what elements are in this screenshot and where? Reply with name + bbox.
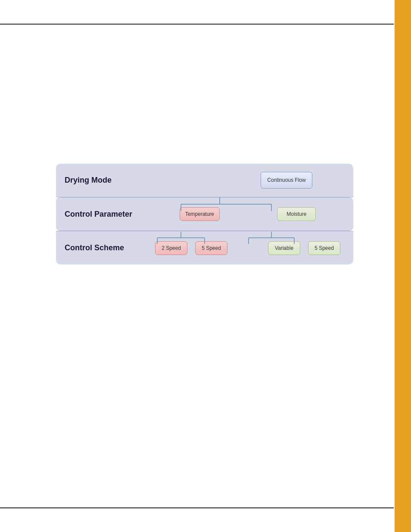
continuous-flow-node: Continuous Flow [261,172,312,189]
scheme-nodes: 2 Speed 5 Speed Variable 5 Speed [151,241,345,255]
5speed-right-node: 5 Speed [308,241,340,255]
control-parameter-label: Control Parameter [65,210,151,219]
temperature-node: Temperature [180,207,220,221]
variable-node: Variable [268,241,300,255]
5speed-right-text: 5 Speed [314,245,334,251]
5speed-left-node: 5 Speed [195,241,227,255]
diagram-container: Drying Mode Continuous Flow Control Para… [56,164,353,264]
control-scheme-label: Control Scheme [65,243,151,252]
moisture-node: Moisture [277,207,316,221]
param-nodes: Temperature Moisture [151,207,345,221]
bottom-border [0,507,394,508]
left-scheme-group: 2 Speed 5 Speed [155,241,227,255]
2speed-node: 2 Speed [155,241,187,255]
control-parameter-row: Control Parameter Temperature Moisture [56,197,353,231]
5speed-left-text: 5 Speed [202,245,221,251]
right-sidebar [395,0,411,532]
control-scheme-row: Control Scheme 2 Speed 5 Speed Variable … [56,231,353,264]
continuous-flow-text: Continuous Flow [267,177,305,183]
diagram-wrapper: Drying Mode Continuous Flow Control Para… [56,164,353,264]
temperature-text: Temperature [185,211,214,217]
right-scheme-group: Variable 5 Speed [268,241,340,255]
variable-text: Variable [275,245,293,251]
drying-mode-label: Drying Mode [65,176,151,185]
moisture-text: Moisture [286,211,306,217]
2speed-text: 2 Speed [162,245,181,251]
drying-nodes: Continuous Flow [151,172,345,189]
top-border [0,24,394,25]
drying-mode-row: Drying Mode Continuous Flow [56,164,353,197]
